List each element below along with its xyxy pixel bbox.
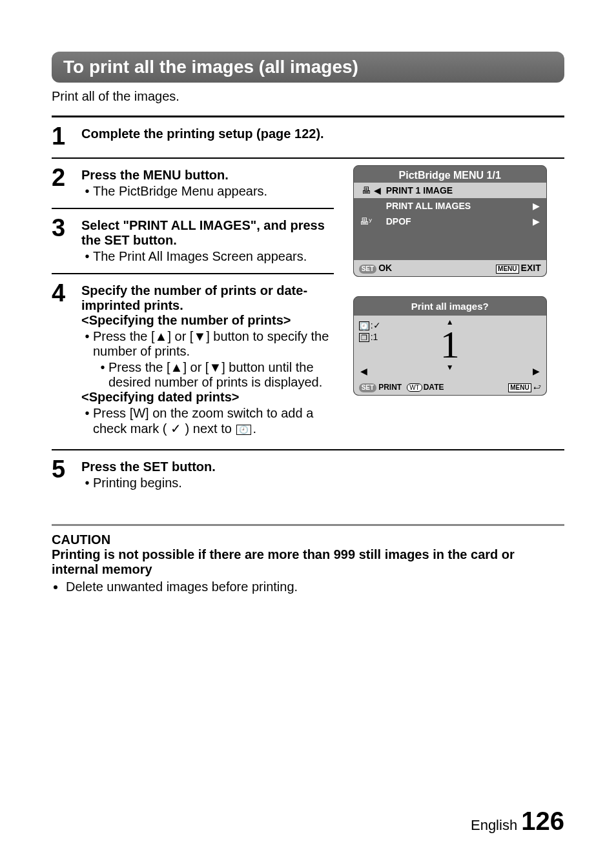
- figure-title: Print all images?: [354, 297, 546, 316]
- set-badge-icon: SET: [359, 383, 376, 392]
- copies-row: ❐:1: [359, 331, 381, 343]
- menu-badge-icon: MENU: [496, 265, 518, 274]
- step-3: 3 Select "PRINT ALL IMAGES", and press t…: [52, 209, 334, 274]
- bullet-dot: •: [81, 184, 93, 199]
- clock-icon: 🕘: [359, 321, 369, 330]
- printer-settings-icon: 🖶ʸ: [359, 216, 373, 227]
- steps-list: 1 Complete the printing setup (page 122)…: [52, 116, 564, 500]
- print-label: PRINT: [378, 383, 402, 392]
- figure-footer: SETPRINT WTDATE MENU⮐: [354, 380, 546, 395]
- caution-subtitle: Printing is not possible if there are mo…: [52, 547, 564, 577]
- bullet-dot: •: [81, 476, 93, 490]
- figure-pictbridge-menu: PictBridge MENU 1/1 🖶 ◀ PRINT 1 IMAGE PR…: [353, 165, 547, 277]
- figure-print-all-images: Print all images? 🕘:✓ ❐:1 ▲ 1 ▼ ◀ ▶: [353, 296, 547, 396]
- menu-row-print-1-image[interactable]: 🖶 ◀ PRINT 1 IMAGE: [354, 183, 546, 198]
- exit-label: EXIT: [521, 263, 541, 273]
- left-arrow-icon[interactable]: ◀: [360, 366, 367, 376]
- menu-label: PRINT ALL IMAGES: [382, 201, 532, 211]
- figure-body: 🖶 ◀ PRINT 1 IMAGE PRINT ALL IMAGES ▶ 🖶ʸ: [354, 183, 546, 260]
- sub-bullet: • Press the [▲] or [▼] button until the …: [81, 360, 334, 390]
- step-title: Press the MENU button.: [81, 168, 229, 182]
- clock-icon: 🕘: [236, 425, 251, 435]
- copies-number: 1: [440, 325, 460, 364]
- step-2: 2 Press the MENU button. • The PictBridg…: [52, 159, 334, 209]
- wt-badge-icon: WT: [407, 383, 422, 392]
- back-action[interactable]: MENU⮐: [508, 383, 540, 392]
- printer-icon: 🖶: [359, 185, 373, 196]
- bullet-text: Press [W] on the zoom switch to add a ch…: [93, 406, 334, 436]
- caution-title: CAUTION: [52, 532, 564, 547]
- bullet: • Press the [▲] or [▼] button to specify…: [81, 329, 334, 359]
- step-title: Select "PRINT ALL IMAGES", and press the…: [81, 218, 325, 247]
- step-body: Press the SET button. • Printing begins.: [81, 457, 564, 490]
- subheading-b: <Specifying dated prints>: [81, 390, 240, 404]
- menu-row-dpof[interactable]: 🖶ʸ DPOF ▶: [354, 214, 546, 229]
- ok-action[interactable]: SETOK: [359, 263, 392, 274]
- menu-row-empty: [354, 229, 546, 245]
- two-column-area: 2 Press the MENU button. • The PictBridg…: [52, 159, 564, 445]
- step-number: 5: [52, 457, 81, 481]
- bullet: • The Print All Images Screen appears.: [81, 249, 334, 264]
- step-number: 3: [52, 216, 81, 240]
- section-header: To print all the images (all images): [52, 52, 564, 83]
- bullet-dot: •: [81, 406, 93, 421]
- print-action[interactable]: SETPRINT: [359, 383, 402, 392]
- page-footer: English 126: [471, 807, 564, 836]
- step-number: 2: [52, 165, 81, 190]
- copies-value: :1: [371, 332, 378, 342]
- ok-label: OK: [378, 263, 392, 273]
- caution-block: CAUTION Printing is not possible if ther…: [52, 524, 564, 594]
- step-title: Complete the printing setup (page 122).: [81, 126, 324, 141]
- bullet-text: Press the [▲] or [▼] button until the de…: [108, 360, 334, 390]
- bullet: • Printing begins.: [81, 476, 564, 490]
- back-icon: ⮐: [533, 383, 541, 392]
- step-body: Press the MENU button. • The PictBridge …: [81, 165, 334, 199]
- step-number: 4: [52, 281, 81, 305]
- intro-text: Print all of the images.: [52, 89, 564, 104]
- bullet-text: Printing begins.: [93, 476, 564, 490]
- date-action[interactable]: WTDATE: [407, 383, 444, 392]
- caution-list-item: Delete unwanted images before printing.: [66, 580, 564, 594]
- figure-title: PictBridge MENU 1/1: [354, 166, 546, 183]
- step-body: Select "PRINT ALL IMAGES", and press the…: [81, 216, 334, 264]
- page-number: 126: [521, 807, 564, 835]
- figure-footer: SETOK MENUEXIT: [354, 260, 546, 276]
- right-arrow-icon: ▶: [532, 216, 541, 227]
- right-column: PictBridge MENU 1/1 🖶 ◀ PRINT 1 IMAGE PR…: [353, 159, 564, 445]
- right-arrow-icon[interactable]: ▶: [533, 366, 540, 376]
- bullet: • The PictBridge Menu appears.: [81, 184, 334, 199]
- bullet-text: Press the [▲] or [▼] button to specify t…: [93, 329, 334, 359]
- step-4: 4 Specify the number of prints or date-i…: [52, 274, 334, 445]
- step-5: 5 Press the SET button. • Printing begin…: [52, 449, 564, 500]
- figure-left-icons: 🕘:✓ ❐:1: [359, 319, 381, 343]
- step-body: Specify the number of prints or date-imp…: [81, 281, 334, 436]
- bullet-text: The PictBridge Menu appears.: [93, 184, 334, 199]
- date-toggle-row: 🕘:✓: [359, 319, 381, 331]
- step-body: Complete the printing setup (page 122).: [81, 124, 564, 141]
- bullet-dot: •: [97, 360, 108, 375]
- left-arrow-icon: ◀: [373, 185, 382, 196]
- exit-action[interactable]: MENUEXIT: [496, 263, 541, 274]
- copies-stepper[interactable]: ▲ 1 ▼: [440, 319, 460, 370]
- right-arrow-icon: ▶: [532, 201, 541, 211]
- set-badge-icon: SET: [359, 265, 376, 274]
- bullet-dot: •: [81, 329, 93, 344]
- caution-list: Delete unwanted images before printing.: [52, 580, 564, 594]
- bullet: • Press [W] on the zoom switch to add a …: [81, 406, 334, 436]
- footer-language: English: [471, 817, 517, 833]
- bullet-text: The Print All Images Screen appears.: [93, 249, 334, 264]
- step-1: 1 Complete the printing setup (page 122)…: [52, 117, 564, 159]
- menu-row-print-all-images[interactable]: PRINT ALL IMAGES ▶: [354, 198, 546, 214]
- step-title: Specify the number of prints or date-imp…: [81, 283, 307, 312]
- menu-label: DPOF: [382, 216, 532, 227]
- date-label: DATE: [424, 383, 444, 392]
- menu-label: PRINT 1 IMAGE: [382, 185, 532, 196]
- date-value: :✓: [371, 320, 381, 330]
- step-title: Press the SET button.: [81, 459, 216, 474]
- step-number: 1: [52, 124, 81, 148]
- copies-icon: ❐: [359, 333, 369, 342]
- menu-row-empty: [354, 245, 546, 260]
- menu-badge-icon: MENU: [508, 383, 531, 392]
- figure-mid: 🕘:✓ ❐:1 ▲ 1 ▼ ◀ ▶: [354, 316, 546, 380]
- left-column: 2 Press the MENU button. • The PictBridg…: [52, 159, 334, 445]
